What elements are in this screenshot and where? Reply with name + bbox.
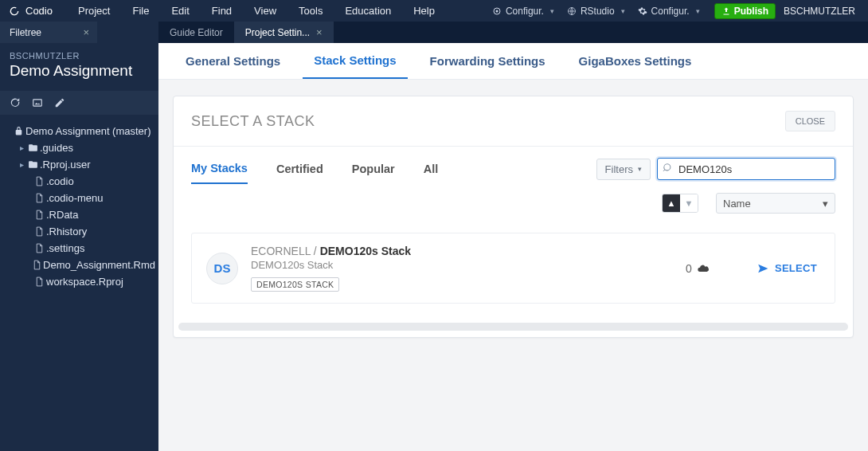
sort-direction-toggle[interactable]: ▲ ▼: [662, 194, 698, 213]
horizontal-scrollbar[interactable]: [178, 323, 848, 331]
sidebar-tab-label: Filetree: [10, 27, 41, 38]
file-icon: [32, 276, 46, 287]
close-icon[interactable]: ×: [83, 26, 89, 38]
tab-forwarding-settings[interactable]: Forwarding Settings: [419, 43, 557, 79]
publish-label: Publish: [734, 6, 768, 17]
tree-label: .codio-menu: [46, 192, 104, 204]
image-icon[interactable]: [32, 97, 43, 108]
tree-file[interactable]: Demo_Assignment.Rmd: [3, 257, 155, 273]
brand-label: Codio: [25, 5, 53, 17]
chevron-right-icon: ▸: [18, 143, 25, 152]
publish-button[interactable]: Publish: [714, 3, 776, 19]
result-tag: DEMO120S STACK: [251, 277, 339, 292]
cardtab-certified[interactable]: Certified: [276, 159, 323, 183]
caret-down-icon: ▾: [823, 198, 828, 210]
file-icon: [32, 243, 46, 253]
config-label: Configur.: [651, 6, 690, 17]
config-rstudio-button[interactable]: RStudio ▾: [561, 6, 631, 17]
tree-label: .RData: [46, 209, 78, 221]
menu-bar: Codio Project File Edit Find View Tools …: [0, 0, 868, 22]
sort-row: ▲ ▼ Name ▾: [174, 185, 853, 218]
chevron-right-icon: ▸: [18, 160, 25, 169]
tree-label: .settings: [46, 242, 84, 254]
tab-label: Guide Editor: [170, 27, 223, 38]
caret-down-icon: ▾: [638, 165, 642, 173]
sort-desc-button[interactable]: ▼: [680, 194, 698, 212]
settings-tabs: General Settings Stack Settings Forwardi…: [158, 43, 868, 80]
sidebar-tab-filetree[interactable]: Filetree ×: [0, 22, 97, 43]
result-area: DS ECORNELL / DEMO120s Stack DEMO120s St…: [174, 218, 853, 321]
tree-file[interactable]: .settings: [3, 240, 155, 257]
tree-file[interactable]: .codio-menu: [3, 190, 155, 206]
refresh-icon[interactable]: [10, 97, 21, 108]
tab-guide-editor[interactable]: Guide Editor: [158, 22, 234, 43]
tree-file[interactable]: .Rhistory: [3, 223, 155, 240]
tab-stack-settings[interactable]: Stack Settings: [303, 43, 407, 79]
close-icon[interactable]: ×: [316, 26, 323, 38]
cardtab-all[interactable]: All: [424, 159, 439, 183]
sidebar-toolbar: [0, 91, 158, 115]
tree-label: Demo Assignment (master): [25, 125, 151, 137]
filters-button[interactable]: Filters ▾: [596, 159, 651, 180]
sort-select-label: Name: [723, 198, 751, 210]
menu-edit[interactable]: Edit: [160, 5, 200, 17]
tab-general-settings[interactable]: General Settings: [174, 43, 291, 79]
tree-file[interactable]: .codio: [3, 173, 155, 190]
menu-project[interactable]: Project: [67, 5, 121, 17]
tree-label: .guides: [40, 142, 73, 154]
file-icon: [31, 260, 44, 270]
tab-gigaboxes-settings[interactable]: GigaBoxes Settings: [568, 43, 703, 79]
menu-find[interactable]: Find: [201, 5, 243, 17]
edit-icon[interactable]: [54, 97, 65, 108]
settings-body: SELECT A STACK CLOSE My Stacks Certified…: [158, 80, 868, 451]
cardtab-popular[interactable]: Popular: [352, 159, 395, 183]
result-subtitle: DEMO120s Stack: [251, 259, 673, 271]
username[interactable]: BSCHMUTZLER: [784, 6, 860, 17]
config-settings-button[interactable]: Configur. ▾: [631, 6, 706, 17]
close-button[interactable]: CLOSE: [785, 111, 835, 131]
arrow-icon: [757, 263, 768, 274]
config-run-button[interactable]: Configur. ▾: [486, 6, 561, 17]
tree-file[interactable]: .RData: [3, 206, 155, 223]
main: BSCHMUTZLER Demo Assignment Demo Assignm…: [0, 43, 868, 451]
svg-point-1: [495, 10, 498, 12]
select-button[interactable]: SELECT: [754, 257, 820, 279]
sort-by-select[interactable]: Name ▾: [716, 193, 835, 214]
tree-folder[interactable]: ▸ .guides: [3, 139, 155, 156]
result-count: 0: [686, 262, 741, 275]
file-tree: Demo Assignment (master) ▸ .guides ▸ .Rp…: [0, 121, 158, 292]
menu-education[interactable]: Education: [334, 5, 402, 17]
config-label: Configur.: [506, 6, 544, 17]
search-input[interactable]: [657, 158, 835, 180]
file-icon: [32, 193, 46, 203]
tree-label: workspace.Rproj: [46, 276, 123, 288]
tree-file[interactable]: workspace.Rproj: [3, 273, 155, 290]
menu-help[interactable]: Help: [402, 5, 446, 17]
file-icon: [32, 210, 46, 220]
sort-asc-button[interactable]: ▲: [663, 194, 680, 212]
menu-tools[interactable]: Tools: [287, 5, 334, 17]
file-icon: [32, 176, 46, 186]
caret-down-icon: ▾: [696, 7, 700, 15]
content: General Settings Stack Settings Forwardi…: [158, 43, 868, 451]
menu-file[interactable]: File: [121, 5, 160, 17]
tab-project-settings[interactable]: Project Settin... ×: [234, 22, 334, 43]
stack-result-row[interactable]: DS ECORNELL / DEMO120s Stack DEMO120s St…: [191, 233, 835, 304]
menu-view[interactable]: View: [243, 5, 287, 17]
select-stack-card: SELECT A STACK CLOSE My Stacks Certified…: [173, 96, 854, 338]
avatar: DS: [206, 253, 238, 284]
tab-strip: Filetree × Guide Editor Project Settin..…: [0, 22, 868, 43]
tree-root[interactable]: Demo Assignment (master): [3, 123, 155, 139]
card-title: SELECT A STACK: [191, 113, 315, 130]
search-icon: [663, 163, 674, 174]
tree-label: .Rproj.user: [40, 159, 91, 171]
cardtab-my-stacks[interactable]: My Stacks: [191, 159, 248, 184]
tree-folder[interactable]: ▸ .Rproj.user: [3, 156, 155, 173]
caret-down-icon: ▾: [550, 7, 554, 15]
result-main: ECORNELL / DEMO120s Stack DEMO120s Stack…: [251, 245, 673, 292]
config-label: RStudio: [581, 6, 615, 17]
brand[interactable]: Codio: [8, 5, 53, 18]
select-label: SELECT: [775, 262, 817, 274]
search-wrap: [657, 158, 835, 180]
card-tabs: My Stacks Certified Popular All Filters …: [174, 147, 853, 185]
